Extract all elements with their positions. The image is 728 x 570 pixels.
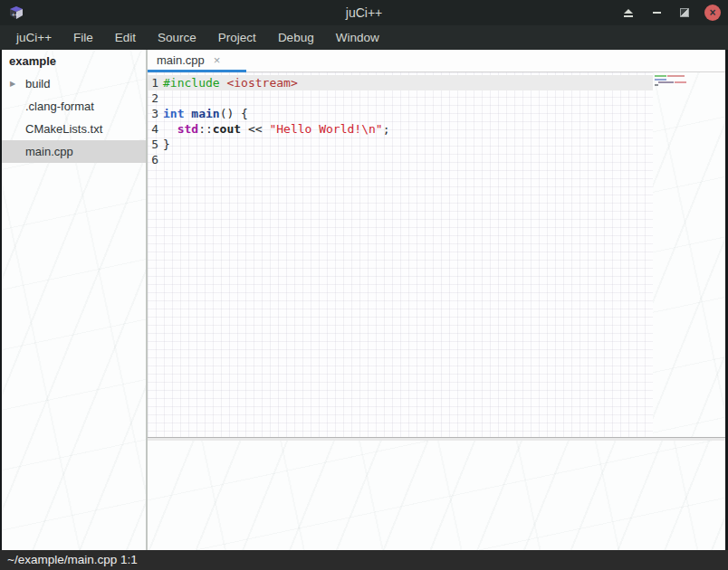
status-bar: ~/example/main.cpp 1:1	[0, 550, 728, 570]
eject-icon	[624, 9, 633, 17]
line-number: 2	[148, 90, 158, 106]
sidebar: example ▶build.clang-formatCMakeLists.tx…	[2, 50, 146, 550]
code-line-4[interactable]: 4 std::cout << "Hello World!\n";	[148, 121, 653, 137]
line-number: 4	[148, 121, 158, 137]
line-number: 5	[148, 137, 158, 152]
code-line-6[interactable]: 6	[148, 152, 653, 167]
line-number: 6	[148, 152, 158, 167]
code-lines[interactable]: 1#include <iostream>23int main() {4 std:…	[148, 72, 653, 437]
minimap-code-mark	[658, 81, 674, 83]
minimap-code-mark	[675, 81, 686, 83]
tree-item-clang-format[interactable]: .clang-format	[2, 95, 146, 118]
menu-item-edit[interactable]: Edit	[108, 25, 143, 50]
file-tree: ▶build.clang-formatCMakeLists.txtmain.cp…	[2, 72, 146, 163]
code-text	[158, 152, 163, 167]
minimap-code-mark	[655, 84, 658, 86]
menu-bar: juCi++FileEditSourceProjectDebugWindow	[0, 25, 728, 50]
tab-bar: main.cpp ×	[148, 50, 725, 72]
code-text: #include <iostream>	[158, 75, 298, 90]
restore-icon	[680, 8, 689, 17]
menu-item-project[interactable]: Project	[211, 25, 263, 50]
terminal-output-pane[interactable]	[148, 441, 725, 550]
code-text: }	[158, 137, 170, 152]
close-button[interactable]: ×	[704, 5, 721, 21]
tree-item-label: .clang-format	[2, 95, 94, 118]
tree-item-cmakelists-txt[interactable]: CMakeLists.txt	[2, 118, 146, 140]
tab-main-cpp[interactable]: main.cpp ×	[148, 50, 246, 72]
tree-item-label: main.cpp	[2, 140, 73, 163]
window-title: juCi++	[0, 0, 728, 25]
minimap-code-mark	[667, 75, 685, 77]
tree-item-build[interactable]: ▶build	[2, 72, 146, 95]
code-line-3[interactable]: 3int main() {	[148, 106, 653, 121]
status-file-position: ~/example/main.cpp 1:1	[7, 553, 138, 566]
code-text: std::cout << "Hello World!\n";	[158, 121, 389, 137]
minimize-icon	[653, 12, 661, 14]
restore-button[interactable]	[676, 5, 693, 21]
window-controls: ×	[620, 0, 721, 25]
menu-item-debug[interactable]: Debug	[271, 25, 321, 50]
line-number: 3	[148, 106, 158, 121]
editor: 1#include <iostream>23int main() {4 std:…	[148, 72, 725, 437]
minimize-button[interactable]	[648, 5, 665, 21]
code-line-2[interactable]: 2	[148, 90, 653, 106]
code-line-1[interactable]: 1#include <iostream>	[148, 75, 653, 90]
code-text	[158, 90, 163, 106]
tab-label: main.cpp	[157, 53, 205, 67]
code-text: int main() {	[158, 106, 248, 121]
tree-item-main-cpp[interactable]: main.cpp	[2, 140, 146, 163]
code-line-5[interactable]: 5}	[148, 137, 653, 152]
app-window: ++ juCi++ × juCi++FileEditSourceProjectD…	[0, 0, 728, 570]
minimap[interactable]	[653, 72, 725, 437]
menu-item-source[interactable]: Source	[150, 25, 204, 50]
menu-item-juci[interactable]: juCi++	[9, 25, 59, 50]
tab-close-icon[interactable]: ×	[214, 53, 221, 67]
project-root-label[interactable]: example	[2, 50, 146, 72]
tree-item-label: CMakeLists.txt	[2, 118, 102, 140]
menu-item-window[interactable]: Window	[329, 25, 387, 50]
line-number: 1	[148, 75, 158, 90]
expander-chevron-icon[interactable]: ▶	[10, 72, 19, 95]
shade-button[interactable]	[620, 5, 637, 21]
menu-item-file[interactable]: File	[66, 25, 101, 50]
editor-pane: main.cpp × 1#include <iostream>23int mai…	[148, 50, 725, 550]
minimap-code-mark	[655, 79, 666, 81]
minimap-code-mark	[655, 75, 666, 77]
title-bar[interactable]: ++ juCi++ ×	[0, 0, 728, 25]
